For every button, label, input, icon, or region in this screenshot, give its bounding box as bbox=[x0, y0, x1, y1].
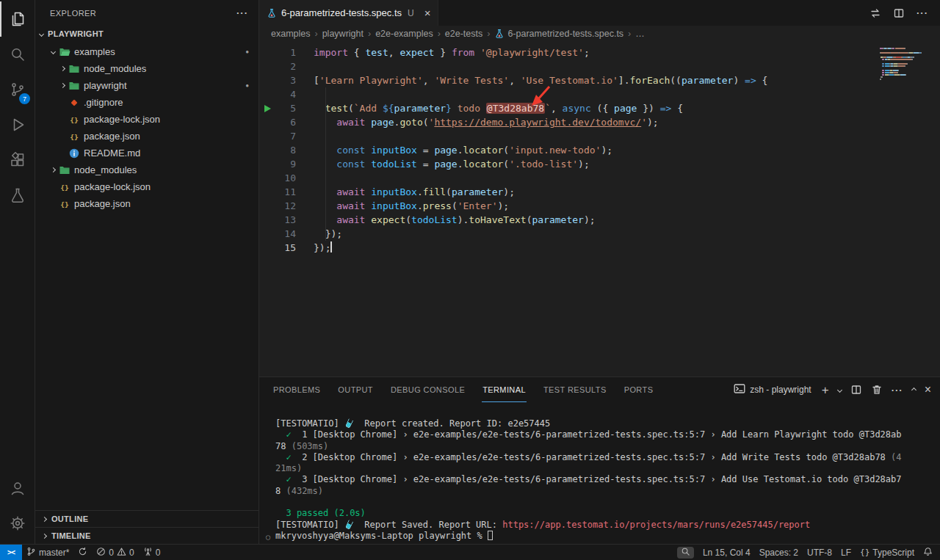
code-line-6[interactable]: 6 await page.goto('https://demo.playwrig… bbox=[259, 115, 940, 129]
error-icon bbox=[96, 547, 106, 559]
vscode-window: 7 EXPLORER ··· PLAYWRIGHT examples●node_… bbox=[0, 0, 940, 544]
tab-label: 6-parametrized-tests.spec.ts bbox=[281, 7, 402, 18]
ports-item[interactable]: 0 bbox=[139, 545, 165, 560]
section-playwright[interactable]: PLAYWRIGHT bbox=[35, 26, 258, 42]
breadcrumb-item[interactable]: examples bbox=[271, 29, 311, 39]
code-line-2[interactable]: 2 bbox=[259, 59, 940, 73]
code-line-9[interactable]: 9 const todoList = page.locator('.todo-l… bbox=[259, 157, 940, 171]
tree-item-package.json[interactable]: {}package.json bbox=[35, 128, 258, 145]
tree-item-.gitignore[interactable]: .gitignore bbox=[35, 94, 258, 111]
panel-tab-problems[interactable]: PROBLEMS bbox=[272, 377, 321, 402]
tree-item-examples[interactable]: examples● bbox=[35, 43, 258, 60]
close-tab-icon[interactable]: × bbox=[424, 7, 431, 18]
activity-source-control[interactable]: 7 bbox=[0, 72, 35, 107]
svg-text:{}: {} bbox=[60, 183, 68, 191]
code-line-4[interactable]: 4 bbox=[259, 87, 940, 101]
eol-setting[interactable]: LF bbox=[836, 545, 856, 560]
code-lines: 1import { test, expect } from '@playwrig… bbox=[259, 46, 940, 255]
run-test-icon[interactable] bbox=[264, 105, 271, 112]
panel-tab-terminal[interactable]: TERMINAL bbox=[482, 377, 527, 402]
breadcrumb-item[interactable]: 6-parametrized-tests.spec.ts bbox=[494, 29, 623, 39]
code-line-11[interactable]: 11 await inputBox.fill(parameter); bbox=[259, 185, 940, 199]
panel-more-icon[interactable]: ··· bbox=[892, 385, 903, 396]
tree-item-package-lock.json[interactable]: {}package-lock.json bbox=[35, 178, 258, 195]
git-icon bbox=[68, 97, 80, 109]
breadcrumb-item[interactable]: e2e-tests bbox=[445, 29, 482, 39]
chevron-down-icon bbox=[39, 31, 44, 36]
tree-item-package-lock.json[interactable]: {}package-lock.json bbox=[35, 111, 258, 128]
breadcrumb-item[interactable]: e2e-examples bbox=[375, 29, 433, 39]
panel-tab-test-results[interactable]: TEST RESULTS bbox=[543, 377, 607, 402]
activity-testing[interactable] bbox=[0, 178, 35, 213]
breadcrumb: examples›playwright›e2e-examples›e2e-tes… bbox=[259, 26, 940, 42]
tree-item-playwright[interactable]: playwright● bbox=[35, 77, 258, 94]
panel-tab-output[interactable]: OUTPUT bbox=[337, 377, 374, 402]
kill-terminal-icon[interactable] bbox=[871, 384, 883, 396]
language-mode[interactable]: {} TypeScript bbox=[856, 545, 919, 560]
remote-indicator[interactable]: >< bbox=[0, 545, 22, 560]
notifications-bell[interactable] bbox=[919, 545, 940, 560]
activity-explorer[interactable] bbox=[0, 1, 35, 37]
tree-item-node_modules[interactable]: node_modules bbox=[35, 161, 258, 178]
activity-accounts[interactable] bbox=[0, 470, 35, 506]
panel-tab-debug-console[interactable]: DEBUG CONSOLE bbox=[390, 377, 466, 402]
section-timeline[interactable]: TIMELINE bbox=[35, 527, 258, 544]
chevron-right-icon bbox=[42, 533, 47, 538]
branch-item[interactable]: master* bbox=[22, 545, 73, 560]
activity-settings[interactable] bbox=[0, 506, 35, 541]
terminal-link[interactable]: https://app.testomat.io/projects/mars/ru… bbox=[502, 520, 810, 530]
editor-actions: ··· bbox=[870, 0, 940, 26]
status-bar: >< master* 0 0 0 Ln 15, Col 4 Spaces: 2 … bbox=[0, 544, 940, 560]
activity-bar-bottom bbox=[0, 470, 35, 541]
code-line-5[interactable]: 5 test(`Add ${parameter} todo @T3d28ab78… bbox=[259, 101, 940, 115]
minimap[interactable] bbox=[880, 48, 931, 81]
code-line-1[interactable]: 1import { test, expect } from '@playwrig… bbox=[259, 46, 940, 59]
split-terminal-icon[interactable] bbox=[850, 384, 862, 396]
breadcrumb-item[interactable]: playwright bbox=[322, 29, 364, 39]
encoding-setting[interactable]: UTF-8 bbox=[803, 545, 836, 560]
code-line-15[interactable]: 15}); bbox=[259, 241, 940, 255]
code-line-12[interactable]: 12 await inputBox.press('Enter'); bbox=[259, 199, 940, 213]
code-line-3[interactable]: 3['Learn Playwright', 'Write Tests', 'Us… bbox=[259, 73, 940, 87]
explorer-sidebar: EXPLORER ··· PLAYWRIGHT examples●node_mo… bbox=[35, 0, 259, 544]
tree-item-README.md[interactable]: README.md bbox=[35, 145, 258, 161]
error-count: 0 bbox=[109, 548, 114, 558]
code-line-14[interactable]: 14 }); bbox=[259, 227, 940, 241]
tree-item-node_modules[interactable]: node_modules bbox=[35, 60, 258, 77]
code-line-8[interactable]: 8 const inputBox = page.locator('input.n… bbox=[259, 143, 940, 157]
section-outline[interactable]: OUTLINE bbox=[35, 510, 258, 527]
code-line-10[interactable]: 10 bbox=[259, 171, 940, 185]
split-editor-icon[interactable] bbox=[893, 7, 905, 19]
svg-text:{}: {} bbox=[60, 200, 68, 208]
activity-search[interactable] bbox=[0, 37, 35, 72]
explorer-more-icon[interactable]: ··· bbox=[236, 7, 248, 18]
code-line-13[interactable]: 13 await expect(todoList).toHaveText(par… bbox=[259, 213, 940, 227]
code-line-7[interactable]: 7 bbox=[259, 129, 940, 143]
new-terminal-icon[interactable]: + bbox=[822, 384, 829, 396]
terminal-dropdown-icon[interactable] bbox=[838, 388, 842, 392]
close-panel-icon[interactable]: × bbox=[925, 384, 931, 396]
activity-bar-top: 7 bbox=[0, 1, 35, 213]
folder-icon bbox=[68, 80, 80, 92]
indentation-setting[interactable]: Spaces: 2 bbox=[755, 545, 803, 560]
activity-extensions[interactable] bbox=[0, 142, 35, 178]
zoom-indicator[interactable] bbox=[677, 547, 694, 559]
activity-run-debug[interactable] bbox=[0, 107, 35, 142]
panel-tabs: PROBLEMSOUTPUTDEBUG CONSOLETERMINALTEST … bbox=[272, 377, 654, 402]
test-file-icon bbox=[267, 8, 277, 18]
tab-6-parametrized-tests[interactable]: 6-parametrized-tests.spec.ts U × bbox=[259, 0, 438, 26]
terminal-session[interactable]: zsh - playwright bbox=[734, 383, 811, 397]
cursor-position[interactable]: Ln 15, Col 4 bbox=[698, 545, 755, 560]
editor-tab-bar: 6-parametrized-tests.spec.ts U × ··· bbox=[259, 0, 940, 26]
editor-more-icon[interactable]: ··· bbox=[916, 7, 928, 18]
code-editor[interactable]: 1import { test, expect } from '@playwrig… bbox=[259, 42, 940, 377]
terminal-output[interactable]: [TESTOMATIO] Report created. Report ID: … bbox=[259, 402, 940, 544]
tree-item-package.json[interactable]: {}package.json bbox=[35, 195, 258, 212]
sync-button[interactable] bbox=[73, 545, 92, 560]
compare-changes-icon[interactable] bbox=[870, 7, 881, 19]
panel-tab-ports[interactable]: PORTS bbox=[623, 377, 654, 402]
maximize-panel-icon[interactable] bbox=[912, 388, 916, 392]
breadcrumb-separator: › bbox=[628, 29, 631, 39]
problems-item[interactable]: 0 0 bbox=[92, 545, 138, 560]
breadcrumb-item[interactable]: … bbox=[635, 29, 645, 39]
